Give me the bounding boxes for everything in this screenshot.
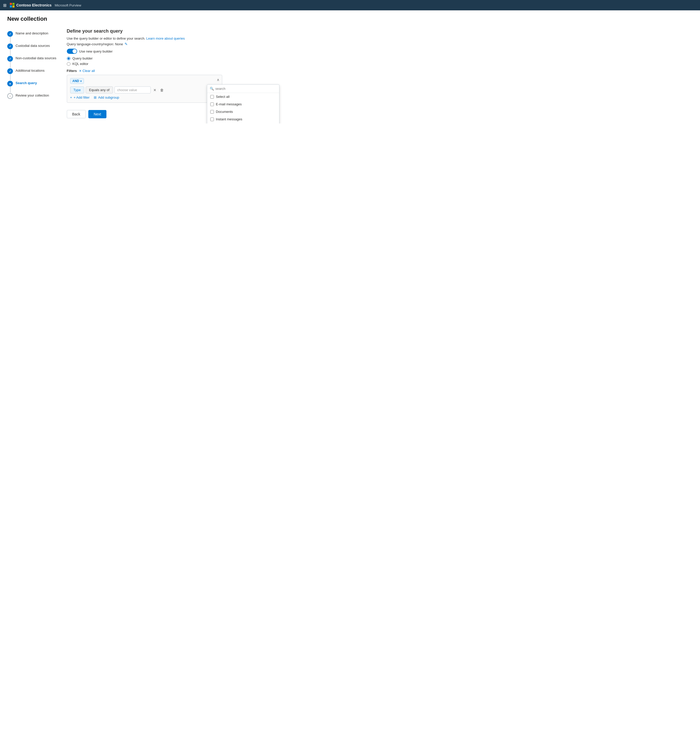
svg-rect-0 — [10, 3, 12, 5]
layout: ✓ Name and description ✓ Custodial data … — [7, 29, 693, 118]
svg-rect-2 — [10, 5, 12, 8]
step-label-review: Review your collection — [15, 93, 49, 97]
grid-icon[interactable]: ⊞ — [3, 3, 6, 8]
collapse-button[interactable]: ∧ — [217, 78, 219, 82]
search-icon: 🔍 — [210, 87, 214, 91]
steps-sidebar: ✓ Name and description ✓ Custodial data … — [7, 29, 56, 118]
company-name: Contoso Electronics — [16, 3, 52, 7]
step-label-name-desc: Name and description — [15, 30, 48, 35]
dropdown-search-row: 🔍 — [207, 85, 279, 93]
subgroup-icon: ⊞ — [94, 95, 97, 100]
section-desc: Use the query builder or editor to defin… — [67, 36, 222, 40]
query-box: AND ▾ ∧ Type Equals any of choose value … — [67, 75, 222, 103]
dropdown-search-input[interactable] — [215, 87, 277, 91]
dropdown-list: Select allE-mail messagesDocumentsInstan… — [207, 93, 279, 124]
filter-row: Type Equals any of choose value ✕ 🗑 — [70, 86, 219, 94]
company-logo: Contoso Electronics — [9, 3, 52, 8]
new-query-builder-toggle[interactable] — [67, 49, 77, 54]
edit-lang-icon[interactable]: ✎ — [124, 42, 128, 46]
dropdown-item-instant-messages[interactable]: Instant messages — [207, 115, 279, 123]
dropdown-item-label-documents: Documents — [216, 110, 233, 113]
value-dropdown-panel: 🔍 Select allE-mail messagesDocumentsInst… — [207, 85, 279, 124]
dropdown-item-select-all[interactable]: Select all — [207, 93, 279, 100]
svg-rect-1 — [12, 3, 15, 5]
delete-filter-button[interactable]: 🗑 — [159, 88, 165, 93]
step-circle-name-desc: ✓ — [7, 31, 13, 37]
radio-query-builder-label[interactable]: Query builder — [73, 56, 93, 60]
radio-kql-label[interactable]: KQL editor — [73, 62, 89, 66]
checkbox-instant-messages[interactable] — [210, 118, 214, 121]
step-label-custodial: Custodial data sources — [15, 43, 50, 48]
step-search-query: ● Search query — [7, 80, 56, 86]
step-connector-1 — [10, 37, 11, 43]
filters-label: Filters — [67, 69, 77, 73]
svg-rect-3 — [12, 5, 15, 8]
radio-query-builder[interactable] — [67, 57, 70, 60]
x-icon: ✕ — [79, 69, 82, 73]
step-label-search-query: Search query — [15, 80, 37, 85]
radio-kql[interactable] — [67, 62, 70, 66]
query-lang-row: Query language-country/region: None ✎ — [67, 42, 222, 46]
dropdown-item-documents[interactable]: Documents — [207, 108, 279, 115]
dropdown-item-label-select-all: Select all — [216, 95, 230, 98]
toggle-thumb — [73, 49, 77, 53]
back-button[interactable]: Back — [67, 110, 86, 118]
section-title: Define your search query — [67, 29, 222, 34]
toggle-label: Use new query builder — [79, 50, 113, 53]
plus-icon: + — [70, 95, 72, 100]
step-name-desc: ✓ Name and description — [7, 30, 56, 37]
step-connector-4 — [10, 74, 11, 80]
step-label-additional: Additional locations — [15, 68, 44, 73]
dropdown-item-office-roaming[interactable]: Office Roaming Service — [207, 123, 279, 124]
checkbox-select-all[interactable] — [210, 95, 214, 98]
step-review: ○ Review your collection — [7, 93, 56, 99]
page: New collection ✓ Name and description ✓ … — [0, 11, 700, 124]
step-label-non-custodial: Non-custodial data sources — [15, 55, 56, 60]
radio-query-builder-row: Query builder — [67, 56, 222, 60]
step-custodial: ✓ Custodial data sources — [7, 43, 56, 49]
step-circle-additional: ✓ — [7, 68, 13, 74]
app-name: Microsoft Purview — [55, 3, 81, 7]
dropdown-item-label-instant-messages: Instant messages — [216, 117, 242, 121]
step-non-custodial: ✓ Non-custodial data sources — [7, 55, 56, 62]
step-additional: ✓ Additional locations — [7, 68, 56, 74]
clear-all-button[interactable]: ✕ Clear all — [79, 69, 95, 73]
main-content: Define your search query Use the query b… — [67, 29, 222, 118]
page-title: New collection — [7, 15, 693, 22]
filter-operator-pill[interactable]: Equals any of — [86, 86, 113, 94]
step-circle-non-custodial: ✓ — [7, 56, 13, 62]
add-subgroup-link[interactable]: ⊞ Add subgroup — [94, 95, 119, 100]
next-button[interactable]: Next — [88, 110, 107, 118]
learn-more-link[interactable]: Learn more about queries — [146, 36, 185, 40]
step-circle-review: ○ — [7, 93, 13, 99]
add-filter-link[interactable]: + + Add filter — [70, 95, 89, 100]
step-connector-2 — [10, 49, 11, 55]
checkbox-documents[interactable] — [210, 110, 214, 113]
step-circle-custodial: ✓ — [7, 44, 13, 49]
step-circle-search-query: ● — [7, 81, 13, 86]
and-badge[interactable]: AND ▾ — [70, 78, 84, 84]
dropdown-item-email-messages[interactable]: E-mail messages — [207, 100, 279, 108]
checkbox-email-messages[interactable] — [210, 103, 214, 106]
add-row: + + Add filter ⊞ Add subgroup — [70, 95, 219, 100]
chevron-down-icon: ▾ — [80, 80, 82, 83]
radio-kql-row: KQL editor — [67, 62, 222, 66]
dropdown-item-label-email-messages: E-mail messages — [216, 102, 242, 106]
topnav: ⊞ Contoso Electronics Microsoft Purview — [0, 0, 700, 11]
toggle-row: Use new query builder — [67, 49, 222, 54]
filter-type-pill[interactable]: Type — [70, 86, 84, 94]
filters-row: Filters ✕ Clear all — [67, 69, 222, 73]
clear-filter-button[interactable]: ✕ — [152, 88, 158, 93]
step-connector-3 — [10, 62, 11, 68]
step-connector-5 — [10, 86, 11, 93]
filter-value-input[interactable]: choose value — [114, 86, 151, 94]
bottom-nav: Back Next — [67, 110, 222, 118]
